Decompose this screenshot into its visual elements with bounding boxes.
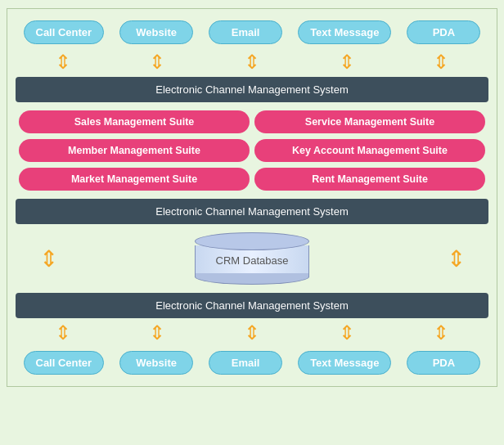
suite-col-right: Service Management Suite Key Account Man… <box>254 110 485 191</box>
db-top <box>195 232 309 250</box>
banner1: Electronic Channel Management System <box>16 77 488 102</box>
suite-col-left: Sales Management Suite Member Management… <box>19 110 250 191</box>
rent-management-suite: Rent Management Suite <box>254 168 485 191</box>
arrow-1: ⇕ <box>26 52 100 72</box>
main-container: Call Center Website Email Text Message P… <box>7 8 497 387</box>
arrow-4: ⇕ <box>310 52 384 72</box>
crm-section: ⇕ CRM Database ⇕ <box>16 227 488 290</box>
arrow-2: ⇕ <box>120 52 194 72</box>
bottom-call-center: Call Center <box>24 351 105 375</box>
bottom-email: Email <box>209 351 282 375</box>
top-arrow-row: ⇕ ⇕ ⇕ ⇕ ⇕ <box>16 51 488 74</box>
arrow-b4: ⇕ <box>310 323 384 343</box>
suite-section: Sales Management Suite Member Management… <box>16 106 488 196</box>
arrow-3: ⇕ <box>215 52 289 72</box>
market-management-suite: Market Management Suite <box>19 168 250 191</box>
db-bottom <box>195 273 309 285</box>
top-call-center: Call Center <box>24 20 105 44</box>
banner3: Electronic Channel Management System <box>16 293 488 318</box>
top-text-message: Text Message <box>298 20 391 44</box>
bottom-channel-row: Call Center Website Email Text Message P… <box>16 348 488 378</box>
sales-management-suite: Sales Management Suite <box>19 110 250 133</box>
bottom-text-message: Text Message <box>298 351 391 375</box>
crm-arrow-left: ⇕ <box>24 245 73 272</box>
arrow-b2: ⇕ <box>120 323 194 343</box>
arrow-b5: ⇕ <box>404 323 478 343</box>
bottom-pda: PDA <box>407 351 480 375</box>
arrow-b3: ⇕ <box>215 323 289 343</box>
top-email: Email <box>209 20 282 44</box>
bottom-website: Website <box>119 351 193 375</box>
crm-database: CRM Database <box>79 232 425 285</box>
key-account-management-suite: Key Account Management Suite <box>254 139 485 162</box>
crm-arrow-right: ⇕ <box>431 245 480 272</box>
top-channel-row: Call Center Website Email Text Message P… <box>16 17 488 47</box>
arrow-b1: ⇕ <box>26 323 100 343</box>
top-pda: PDA <box>407 20 480 44</box>
top-website: Website <box>119 20 193 44</box>
banner2: Electronic Channel Management System <box>16 199 488 224</box>
arrow-5: ⇕ <box>404 52 478 72</box>
db-cylinder: CRM Database <box>195 232 309 285</box>
bottom-arrow-row: ⇕ ⇕ ⇕ ⇕ ⇕ <box>16 321 488 344</box>
member-management-suite: Member Management Suite <box>19 139 250 162</box>
service-management-suite: Service Management Suite <box>254 110 485 133</box>
